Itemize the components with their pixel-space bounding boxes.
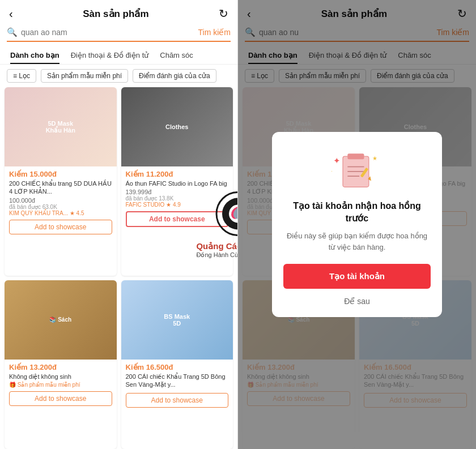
left-product-price-2: 139.999đ [126, 189, 229, 195]
left-filter-bar: ≡ Lọc Sản phẩm mẫu miễn phí Điểm đánh gi… [0, 65, 237, 87]
left-product-sold-2: đã bán được 13.8K [126, 195, 229, 202]
left-filter-loc[interactable]: ≡ Lọc [7, 69, 36, 83]
left-add-showcase-btn-1[interactable]: Add to showcase [9, 220, 112, 234]
left-product-sample-3: 🎁 Sản phẩm mẫu miễn phí [9, 382, 112, 388]
modal-title: Tạo tài khoản nhận hoa hồng trước [283, 200, 431, 225]
left-product-card-1: 5D MaskKhẩu Hàn Kiếm 15.000đ 200 CHIẾC k… [5, 87, 117, 276]
left-product-info-3: Kiếm 13.200đ Không diệt không sinh 🎁 Sản… [5, 360, 117, 410]
left-filter-diem-danh-gia[interactable]: Điểm đánh giá của cửa [133, 69, 216, 83]
left-product-price-1: 100.000đ [9, 197, 112, 204]
left-product-info-4: Kiếm 16.500đ 200 CÁI chiếc Khẩu Trang 5D… [121, 360, 233, 413]
left-product-card-3: 📚 Sách Kiếm 13.200đ Không diệt không sin… [5, 280, 117, 450]
left-product-image-3: 📚 Sách [5, 280, 117, 360]
left-add-showcase-btn-2[interactable]: Add to showcase [126, 211, 229, 227]
left-product-grid: 5D MaskKhẩu Hàn Kiếm 15.000đ 200 CHIẾC k… [0, 87, 237, 449]
left-back-button[interactable]: ‹ [9, 7, 13, 20]
left-product-earn-2: Kiếm 11.200đ [126, 170, 229, 178]
modal-overlay: ✦ ★ · Tạo tài khoản nhận hoa hồng trước … [238, 0, 476, 449]
left-add-showcase-btn-3[interactable]: Add to showcase [9, 391, 112, 406]
left-product-rating-2: FAFIC STUDIO ★ 4.9 [126, 202, 229, 208]
left-search-bar: 🔍 Tim kiếm [7, 27, 231, 42]
left-header: ‹ Sàn sản phẩm ↻ [0, 0, 237, 25]
left-product-name-1: 200 CHIẾC khẩu trang 5D DUA HẦU 4 LỚP KH… [9, 179, 112, 196]
left-tabs: Dành cho bạn Điện thoại & Đồ điện tử Chă… [0, 46, 237, 65]
left-add-showcase-btn-4[interactable]: Add to showcase [126, 393, 229, 408]
left-tab-dien-thoai[interactable]: Điện thoại & Đồ điện tử [65, 46, 155, 64]
modal-skip-button[interactable]: Để sau [344, 297, 370, 306]
modal-description: Điều này sẽ giúp bạn kiếm được hoa hồng … [283, 230, 431, 253]
left-product-sold-1: đã bán được 63.0K [9, 204, 112, 210]
left-product-card-4: BS Mask5D Kiếm 16.500đ 200 CÁI chiếc Khẩ… [121, 280, 233, 450]
left-product-name-2: Áo thun FAFIC Studio in Logo FA big [126, 179, 229, 187]
left-page-title: Sàn sản phẩm [83, 8, 148, 20]
left-share-icon[interactable]: ↻ [219, 7, 228, 20]
modal-create-account-button[interactable]: Tạo tài khoản [283, 264, 431, 289]
left-product-card-2: Clothes Kiếm 11.200đ Áo thun FAFIC Studi… [121, 87, 233, 276]
left-product-image-4: BS Mask5D [121, 280, 233, 360]
left-product-earn-3: Kiếm 13.200đ [9, 363, 112, 371]
left-product-earn-1: Kiếm 15.000đ [9, 170, 112, 178]
modal-box: ✦ ★ · Tạo tài khoản nhận hoa hồng trước … [272, 132, 442, 318]
left-tab-cham-soc[interactable]: Chăm sóc [154, 46, 199, 64]
left-product-info-2: Kiếm 11.200đ Áo thun FAFIC Studio in Log… [121, 166, 233, 232]
left-search-input[interactable] [21, 28, 198, 37]
svg-rect-4 [347, 153, 364, 159]
left-product-name-4: 200 CÁI chiếc Khẩu Trang 5D Bông Sen Vàn… [126, 373, 229, 389]
right-panel: ‹ Sàn sản phẩm ↻ 🔍 Tim kiếm Dành cho bạn… [238, 0, 476, 449]
left-tab-danh-cho-ban[interactable]: Dành cho bạn [5, 46, 65, 64]
left-product-image-2: Clothes [121, 87, 233, 166]
left-product-name-3: Không diệt không sinh [9, 373, 112, 380]
svg-text:★: ★ [372, 155, 377, 161]
modal-illustration-icon: ✦ ★ · [329, 146, 385, 191]
svg-text:✦: ✦ [333, 155, 341, 165]
left-search-icon: 🔍 [7, 27, 18, 37]
left-product-info-1: Kiếm 15.000đ 200 CHIẾC khẩu trang 5D DUA… [5, 166, 117, 239]
left-filter-mau-mien-phi[interactable]: Sản phẩm mẫu miễn phí [41, 69, 128, 83]
left-product-rating-1: KIM QUÝ KHẨU TRA... ★ 4.5 [9, 210, 112, 216]
left-search-button[interactable]: Tim kiếm [198, 28, 231, 37]
left-product-image-1: 5D MaskKhẩu Hàn [5, 87, 117, 166]
left-product-earn-4: Kiếm 16.500đ [126, 363, 229, 371]
svg-text:·: · [331, 168, 332, 174]
left-panel: ‹ Sàn sản phẩm ↻ 🔍 Tim kiếm Dành cho bạn… [0, 0, 238, 449]
